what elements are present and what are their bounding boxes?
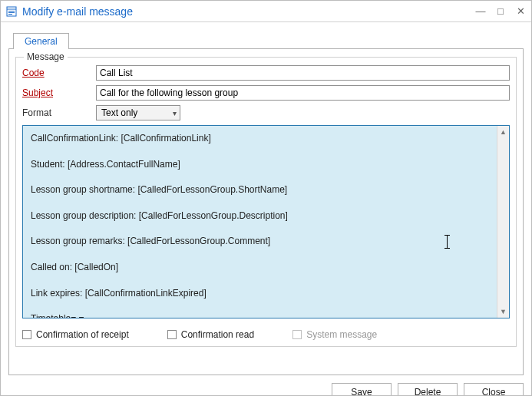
vertical-scrollbar[interactable]: ▲ ▼: [497, 126, 509, 318]
tab-panel: Message Code Subject Format Text only ▾ …: [8, 48, 524, 375]
format-label: Format: [22, 107, 96, 118]
checkbox-row: Confirmation of receipt Confirmation rea…: [22, 329, 510, 340]
body-text-content: CallConfirmationLink: [CallConfirmationL…: [23, 126, 497, 318]
code-label: Code: [22, 68, 96, 78]
close-button[interactable]: Close: [464, 383, 524, 396]
tab-general[interactable]: General: [13, 33, 69, 49]
message-fieldset: Message Code Subject Format Text only ▾ …: [15, 57, 517, 347]
scroll-down-arrow-icon[interactable]: ▼: [497, 305, 509, 318]
checkbox-box-icon: [22, 330, 31, 339]
chevron-down-icon: ▾: [173, 109, 177, 117]
checkbox-box-icon: [167, 330, 177, 339]
code-input[interactable]: [96, 65, 510, 81]
confirmation-receipt-label: Confirmation of receipt: [36, 329, 129, 340]
system-message-checkbox: System message: [292, 329, 377, 340]
delete-button[interactable]: Delete: [398, 383, 458, 396]
title-bar: Modify e-mail message — □ ✕: [1, 1, 531, 22]
fieldset-legend: Message: [24, 51, 68, 62]
confirmation-read-label: Confirmation read: [181, 329, 254, 340]
maximize-button[interactable]: □: [494, 5, 507, 17]
system-message-label: System message: [306, 329, 377, 340]
subject-input[interactable]: [96, 85, 510, 101]
window-icon: [5, 5, 18, 18]
save-button[interactable]: Save: [332, 383, 392, 396]
checkbox-box-icon: [292, 330, 302, 339]
window-title: Modify e-mail message: [22, 5, 474, 18]
confirmation-read-checkbox[interactable]: Confirmation read: [167, 329, 254, 340]
content-area: General Message Code Subject Format Text…: [1, 22, 531, 375]
body-textarea[interactable]: CallConfirmationLink: [CallConfirmationL…: [22, 125, 510, 318]
format-selected-value: Text only: [101, 107, 137, 118]
scroll-up-arrow-icon[interactable]: ▲: [497, 126, 509, 138]
text-cursor-icon: [447, 235, 448, 249]
minimize-button[interactable]: —: [474, 5, 487, 17]
subject-label: Subject: [22, 87, 96, 98]
footer-buttons: Save Delete Close: [1, 375, 531, 396]
close-window-button[interactable]: ✕: [514, 5, 527, 17]
format-select[interactable]: Text only ▾: [96, 105, 180, 120]
tabs-row: General: [8, 30, 524, 48]
confirmation-receipt-checkbox[interactable]: Confirmation of receipt: [22, 329, 129, 340]
